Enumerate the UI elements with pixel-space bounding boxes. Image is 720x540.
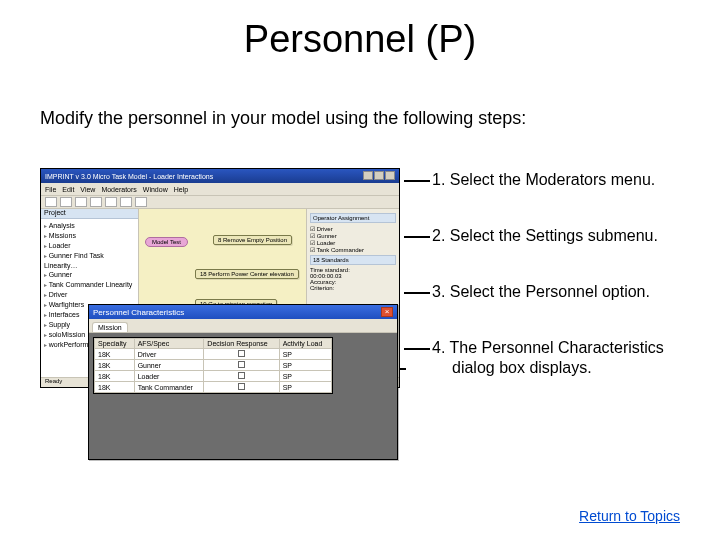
diagram-node[interactable]: 8 Remove Empty Position — [213, 235, 292, 245]
tool-button[interactable] — [60, 197, 72, 207]
standards-header: 18 Standards — [310, 255, 396, 265]
close-icon[interactable] — [385, 171, 395, 180]
menubar: File Edit View Moderators Window Help — [41, 183, 399, 195]
step-3-text: 3. Select the Personnel option. — [432, 283, 650, 300]
tool-button[interactable] — [45, 197, 57, 207]
col-afsspec: AFS/Spec — [134, 339, 204, 349]
tree-item[interactable]: Gunner Find Task Linearity… — [44, 251, 135, 270]
step-1-text: 1. Select the Moderators menu. — [432, 171, 655, 188]
dialog-body: Specialty AFS/Spec Decision Response Act… — [89, 333, 397, 459]
menu-help[interactable]: Help — [174, 186, 188, 193]
return-to-topics-link[interactable]: Return to Topics — [579, 508, 680, 524]
personnel-dialog: Personnel Characteristics × Mission Spec… — [88, 304, 398, 460]
table-header-row: Specialty AFS/Spec Decision Response Act… — [95, 339, 332, 349]
menu-edit[interactable]: Edit — [62, 186, 74, 193]
tree-item[interactable]: Driver — [44, 290, 135, 300]
operator-checkbox[interactable]: Loader — [310, 239, 396, 246]
status-left: Ready — [45, 378, 62, 387]
operator-header: Operator Assignment — [310, 213, 396, 223]
app-titlebar: IMPRINT v 3.0 Micro Task Model - Loader … — [41, 169, 399, 183]
menu-view[interactable]: View — [80, 186, 95, 193]
step-2-text: 2. Select the Settings submenu. — [432, 227, 658, 244]
tree-item[interactable]: Missions — [44, 231, 135, 241]
cell: SP — [279, 360, 331, 371]
toolbar — [41, 195, 399, 209]
tool-button[interactable] — [135, 197, 147, 207]
tree-item[interactable]: Tank Commander Linearity — [44, 280, 135, 290]
maximize-icon[interactable] — [374, 171, 384, 180]
cell: 18K — [95, 349, 135, 360]
cell: 18K — [95, 360, 135, 371]
table-row[interactable]: 18K Gunner SP — [95, 360, 332, 371]
tool-button[interactable] — [90, 197, 102, 207]
cell: 18K — [95, 382, 135, 393]
cell: SP — [279, 371, 331, 382]
step-list: 1. Select the Moderators menu. 2. Select… — [432, 170, 702, 414]
cell-checkbox[interactable] — [204, 371, 279, 382]
minimize-icon[interactable] — [363, 171, 373, 180]
cell-checkbox[interactable] — [204, 349, 279, 360]
menu-window[interactable]: Window — [143, 186, 168, 193]
cell: Tank Commander — [134, 382, 204, 393]
step-4: 4. The Personnel Characteristics dialog … — [432, 338, 702, 378]
dialog-tabs: Mission — [89, 319, 397, 333]
step-2: 2. Select the Settings submenu. — [432, 226, 702, 246]
operator-checkbox[interactable]: Tank Commander — [310, 246, 396, 253]
menu-file[interactable]: File — [45, 186, 56, 193]
col-activity: Activity Load — [279, 339, 331, 349]
model-test-node[interactable]: Model Test — [145, 237, 188, 247]
tree-header: Project — [41, 209, 138, 219]
cell-checkbox[interactable] — [204, 382, 279, 393]
slide-title: Personnel (P) — [0, 18, 720, 61]
menu-moderators[interactable]: Moderators — [101, 186, 136, 193]
window-controls — [362, 171, 395, 181]
step-4-line2: dialog box displays. — [432, 359, 592, 376]
step-4-line1: 4. The Personnel Characteristics — [432, 339, 664, 356]
step-1: 1. Select the Moderators menu. — [432, 170, 702, 190]
tool-button[interactable] — [120, 197, 132, 207]
operator-checkbox[interactable]: Driver — [310, 225, 396, 232]
tree-item[interactable]: Loader — [44, 241, 135, 251]
cell-checkbox[interactable] — [204, 360, 279, 371]
app-title-text: IMPRINT v 3.0 Micro Task Model - Loader … — [45, 173, 213, 180]
diagram-node[interactable]: 18 Perform Power Center elevation — [195, 269, 299, 279]
kv-label: Criterion: — [310, 285, 396, 291]
table-row[interactable]: 18K Loader SP — [95, 371, 332, 382]
personnel-grid: Specialty AFS/Spec Decision Response Act… — [93, 337, 333, 394]
cell: Loader — [134, 371, 204, 382]
tree-item[interactable]: Gunner — [44, 270, 135, 280]
table-row[interactable]: 18K Driver SP — [95, 349, 332, 360]
dialog-titlebar: Personnel Characteristics × — [89, 305, 397, 319]
cell: Driver — [134, 349, 204, 360]
tool-button[interactable] — [105, 197, 117, 207]
table-row[interactable]: 18K Tank Commander SP — [95, 382, 332, 393]
intro-text: Modify the personnel in your model using… — [40, 108, 526, 129]
step-3: 3. Select the Personnel option. — [432, 282, 702, 302]
tree-item[interactable]: Analysis — [44, 221, 135, 231]
cell: 18K — [95, 371, 135, 382]
col-specialty: Specialty — [95, 339, 135, 349]
operator-checkbox[interactable]: Gunner — [310, 232, 396, 239]
cell: Gunner — [134, 360, 204, 371]
cell: SP — [279, 382, 331, 393]
dialog-title-text: Personnel Characteristics — [93, 308, 184, 317]
col-decision: Decision Response — [204, 339, 279, 349]
tool-button[interactable] — [75, 197, 87, 207]
cell: SP — [279, 349, 331, 360]
tab-mission[interactable]: Mission — [92, 322, 128, 332]
dialog-close-icon[interactable]: × — [381, 307, 393, 317]
